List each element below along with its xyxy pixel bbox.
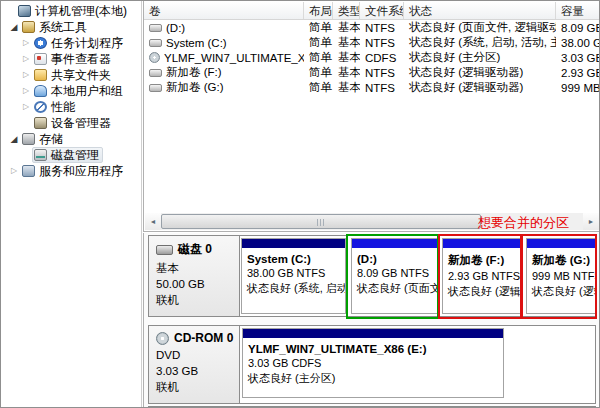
cell-type: 基本 bbox=[333, 35, 360, 50]
sidebar-item-label: 服务和应用程序 bbox=[39, 163, 123, 180]
scrollbar-thumb[interactable] bbox=[161, 214, 481, 229]
column-header-0[interactable]: 卷 bbox=[144, 2, 304, 20]
scroll-left-button[interactable]: ◄ bbox=[145, 213, 161, 230]
collapsed-arrow-icon[interactable]: ▷ bbox=[20, 51, 32, 67]
column-header-4[interactable]: 状态 bbox=[404, 2, 556, 20]
volume-row-g[interactable]: 新加卷 (G:)简单基本NTFS状态良好 (逻辑驱动器)999 MB bbox=[144, 80, 600, 95]
sidebar-item-task-scheduler[interactable]: ▷任务计划程序 bbox=[1, 35, 141, 51]
sidebar-item-disk-management[interactable]: 磁盘管理 bbox=[1, 147, 141, 163]
sidebar-item-label: 本地用户和组 bbox=[51, 83, 123, 100]
partition-size: 2.93 GB NTFS bbox=[443, 268, 522, 282]
partition-box-g[interactable]: 新加卷 (G:)999 MB NTFS状态良好 (逻辑驱 bbox=[526, 238, 595, 314]
column-header-5[interactable]: 容量 bbox=[556, 2, 600, 20]
sidebar-item-system-tools[interactable]: ◢系统工具 bbox=[1, 19, 141, 35]
sidebar-item-event-viewer[interactable]: ▷事件查看器 bbox=[1, 51, 141, 67]
computer-icon bbox=[18, 5, 31, 17]
disk-title: 磁盘 0 bbox=[156, 241, 239, 258]
shared-folders-icon bbox=[34, 69, 47, 81]
cell-capacity: 3.03 GB bbox=[556, 50, 600, 65]
collapsed-arrow-icon[interactable]: ▷ bbox=[20, 67, 32, 83]
task-scheduler-icon bbox=[34, 37, 47, 49]
column-header-1[interactable]: 布局 bbox=[304, 2, 333, 20]
partition-box-f[interactable]: 新加卷 (F:)2.93 GB NTFS状态良好 (逻辑驱 bbox=[442, 238, 523, 314]
drive-icon bbox=[149, 84, 162, 92]
expanded-arrow-icon[interactable]: ◢ bbox=[8, 19, 20, 35]
disk-info-line: 基本 bbox=[156, 260, 239, 276]
cell-capacity: 999 MB bbox=[556, 80, 600, 95]
volume-table-body: (D:)简单基本NTFS状态良好 (页面文件, 逻辑驱动器)8.09 GBSys… bbox=[144, 20, 600, 95]
partition-size: 38.00 GB NTFS bbox=[242, 265, 345, 279]
sidebar-item-label: 磁盘管理 bbox=[51, 147, 99, 164]
partition-name: (D:) bbox=[352, 251, 438, 265]
scroll-left-icon: ◄ bbox=[150, 218, 157, 225]
volume-row-f[interactable]: 新加卷 (F:)简单基本NTFS状态良好 (逻辑驱动器)2.93 GB bbox=[144, 65, 600, 80]
cd-rom-icon bbox=[156, 332, 169, 345]
sidebar-item-inner: 性能 bbox=[32, 99, 79, 115]
disk-management-icon bbox=[34, 149, 47, 161]
disk-row-1: CD-ROM 0DVD3.03 GB联机YLMF_WIN7_ULTIMATE_X… bbox=[148, 325, 596, 404]
sidebar-item-inner: 服务和应用程序 bbox=[20, 163, 127, 179]
sidebar-item-inner: 本地用户和组 bbox=[32, 83, 127, 99]
cell-type: 基本 bbox=[333, 20, 360, 35]
sidebar-item-label: 存储 bbox=[39, 131, 63, 148]
cell-type: 基本 bbox=[333, 50, 360, 65]
graphical-disk-pane: 磁盘 0基本50.00 GB联机System (C:)38.00 GB NTFS… bbox=[143, 233, 600, 408]
collapsed-arrow-icon[interactable]: ▷ bbox=[20, 83, 32, 99]
device-manager-icon bbox=[34, 117, 47, 129]
sidebar-item-storage[interactable]: ◢存储 bbox=[1, 131, 141, 147]
volume-name: 新加卷 (F:) bbox=[166, 65, 222, 80]
horizontal-scrollbar[interactable]: ◄ ► bbox=[145, 213, 599, 230]
sidebar-item-label: 性能 bbox=[51, 99, 75, 116]
sidebar-item-inner: 存储 bbox=[20, 131, 67, 147]
sidebar-item-label: 事件查看器 bbox=[51, 51, 111, 68]
column-header-3[interactable]: 文件系统 bbox=[360, 2, 404, 20]
disk-name: 磁盘 0 bbox=[178, 241, 212, 258]
system-tools-icon bbox=[22, 21, 35, 33]
scroll-right-button[interactable]: ► bbox=[583, 213, 599, 230]
collapsed-arrow-icon[interactable]: ▷ bbox=[20, 35, 32, 51]
partition-status: 状态良好 (主分区) bbox=[243, 369, 503, 386]
sidebar-item-label: 任务计划程序 bbox=[51, 35, 123, 52]
sidebar-item-shared-folders[interactable]: ▷共享文件夹 bbox=[1, 67, 141, 83]
column-header-2[interactable]: 类型 bbox=[333, 2, 360, 20]
partition-type-bar bbox=[352, 239, 438, 248]
volume-cell: YLMF_WIN7_ULTIMATE_X86 (E:) bbox=[144, 50, 304, 65]
sidebar-item-label: 计算机管理(本地) bbox=[35, 3, 127, 20]
cell-status: 状态良好 (主分区) bbox=[404, 50, 556, 65]
partition-type-bar bbox=[527, 239, 595, 248]
sidebar-item-label: 共享文件夹 bbox=[51, 67, 111, 84]
performance-icon bbox=[34, 101, 47, 113]
disk-info-panel-0[interactable]: 磁盘 0基本50.00 GB联机 bbox=[149, 236, 240, 316]
sidebar-item-services-applications[interactable]: ▷服务和应用程序 bbox=[1, 163, 141, 179]
cell-status: 状态良好 (逻辑驱动器) bbox=[404, 80, 556, 95]
partition-box-e[interactable]: YLMF_WIN7_ULTIMATE_X86 (E:)3.03 GB CDFS状… bbox=[242, 328, 504, 398]
partition-type-bar bbox=[243, 329, 503, 338]
sidebar-item-computer-management[interactable]: 计算机管理(本地) bbox=[1, 3, 141, 19]
sidebar-item-local-users-groups[interactable]: ▷本地用户和组 bbox=[1, 83, 141, 99]
scrollbar-track[interactable] bbox=[161, 213, 583, 230]
sidebar-item-label: 系统工具 bbox=[39, 19, 87, 36]
console-tree-panel: 计算机管理(本地)◢系统工具▷任务计划程序▷事件查看器▷共享文件夹▷本地用户和组… bbox=[1, 1, 142, 407]
sidebar-item-device-manager[interactable]: 设备管理器 bbox=[1, 115, 141, 131]
drive-icon bbox=[149, 69, 162, 77]
partition-status: 状态良好 (逻辑驱 bbox=[527, 282, 595, 299]
sidebar-item-label: 设备管理器 bbox=[51, 115, 111, 132]
cell-fs: CDFS bbox=[360, 50, 404, 65]
volume-row-d[interactable]: (D:)简单基本NTFS状态良好 (页面文件, 逻辑驱动器)8.09 GB bbox=[144, 20, 600, 35]
volume-row-c[interactable]: System (C:)简单基本NTFS状态良好 (系统, 启动, 活动, 主分区… bbox=[144, 35, 600, 50]
expanded-arrow-icon[interactable]: ◢ bbox=[8, 131, 20, 147]
partition-box-d[interactable]: (D:)8.09 GB NTFS状态良好 (页面文件 bbox=[351, 238, 439, 314]
partition-name: System (C:) bbox=[242, 251, 345, 265]
disk-info-line: 50.00 GB bbox=[156, 276, 239, 292]
volume-row-e[interactable]: YLMF_WIN7_ULTIMATE_X86 (E:)简单基本CDFS状态良好 … bbox=[144, 50, 600, 65]
disk-info-line: DVD bbox=[156, 347, 239, 363]
cell-capacity: 8.09 GB bbox=[556, 20, 600, 35]
sidebar-item-performance[interactable]: ▷性能 bbox=[1, 99, 141, 115]
partition-box-c[interactable]: System (C:)38.00 GB NTFS状态良好 (系统, 启动, 活 bbox=[241, 238, 346, 314]
disk-info-panel-1[interactable]: CD-ROM 0DVD3.03 GB联机 bbox=[149, 326, 240, 403]
volume-name: YLMF_WIN7_ULTIMATE_X86 (E:) bbox=[164, 52, 304, 64]
collapsed-arrow-icon[interactable]: ▷ bbox=[20, 99, 32, 115]
local-users-icon bbox=[34, 85, 47, 97]
cell-type: 基本 bbox=[333, 80, 360, 95]
collapsed-arrow-icon[interactable]: ▷ bbox=[8, 163, 20, 179]
